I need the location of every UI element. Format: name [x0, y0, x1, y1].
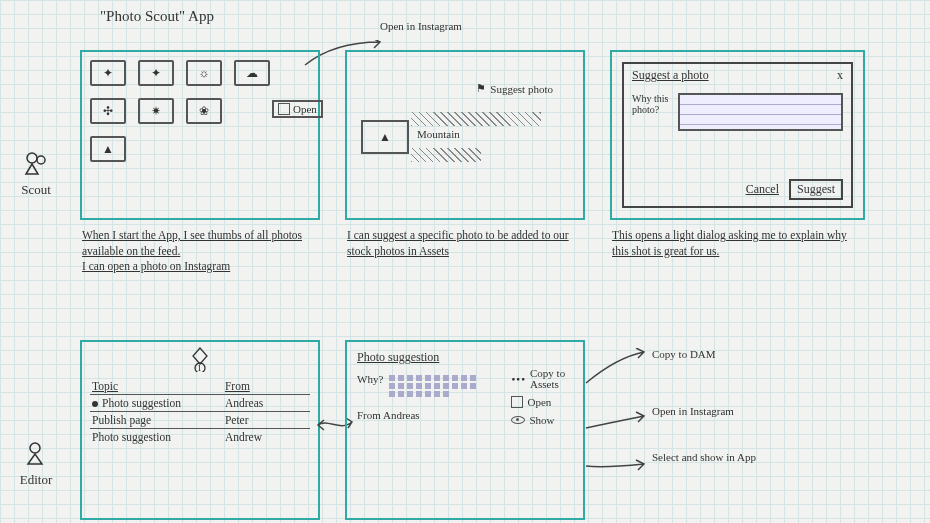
flag-icon: ⚑: [476, 82, 486, 95]
why-label: Why?: [357, 373, 383, 399]
frame-sidenotes: Copy to DAM Open in Instagram Select and…: [610, 340, 865, 520]
thumb[interactable]: ✷: [138, 98, 174, 124]
svg-point-0: [27, 153, 37, 163]
frame-thumbs: ✦ ✦ ☼ ☁ ✣ ✷ ❀ ▲ Open: [80, 50, 320, 220]
table-header: Topic From: [90, 378, 310, 394]
open-button[interactable]: Open: [272, 100, 323, 118]
eye-icon: [511, 416, 525, 424]
dialog-title: Suggest a photo: [632, 68, 843, 83]
unread-dot-icon: [92, 401, 98, 407]
table-row[interactable]: Publish page Peter: [90, 411, 310, 428]
suggested-photo[interactable]: ▲: [361, 120, 409, 154]
svg-point-2: [30, 443, 40, 453]
hatch-highlight: [411, 112, 541, 126]
caption-frame1: When I start the App, I see thumbs of al…: [82, 228, 322, 275]
copy-to-assets-action[interactable]: ••• Copy to Assets: [511, 368, 575, 390]
suggest-dialog: Suggest a photo x Why this photo? Cancel…: [622, 62, 853, 208]
frame-inbox: 1 Topic From Photo suggestion Andreas Pu…: [80, 340, 320, 520]
frame-dialog: Suggest a photo x Why this photo? Cancel…: [610, 50, 865, 220]
note-open-in-instagram: Open in Instagram: [652, 404, 734, 418]
thumb[interactable]: ❀: [186, 98, 222, 124]
persona-scout: Scout: [6, 150, 66, 198]
caption-frame3: This opens a light dialog asking me to e…: [612, 228, 852, 259]
annotation-open-in-instagram: Open in Instagram: [380, 20, 462, 32]
app-title: "Photo Scout" App: [100, 8, 214, 25]
persona-editor-label: Editor: [20, 472, 53, 487]
suggest-photo-label: Suggest photo: [490, 83, 553, 95]
caption-frame2: I can suggest a specific photo to be add…: [347, 228, 587, 259]
inbox-table: Topic From Photo suggestion Andreas Publ…: [90, 378, 310, 445]
thumb[interactable]: ✣: [90, 98, 126, 124]
notification-badge: 1: [189, 346, 211, 376]
frame-detail: Photo suggestion Why? From Andreas ••• C…: [345, 340, 585, 520]
note-select-show: Select and show in App: [652, 450, 756, 464]
persona-editor: Editor: [6, 440, 66, 488]
note-copy-to-dam: Copy to DAM: [652, 347, 716, 361]
thumb[interactable]: ✦: [138, 60, 174, 86]
person-icon: [6, 440, 66, 470]
thumb[interactable]: ☼: [186, 60, 222, 86]
person-icon: [6, 150, 66, 180]
persona-scout-label: Scout: [21, 182, 51, 197]
suggest-photo-link[interactable]: ⚑ Suggest photo: [476, 82, 553, 95]
table-row[interactable]: Photo suggestion Andreas: [90, 394, 310, 411]
suggest-button[interactable]: Suggest: [789, 179, 843, 200]
svg-point-1: [37, 156, 45, 164]
hatch-highlight: [411, 148, 481, 162]
from-label: From: [357, 409, 381, 421]
why-label: Why this photo?: [632, 93, 672, 131]
frame-suggest: ⚑ Suggest photo ▲ Mountain: [345, 50, 585, 220]
copy-icon: •••: [511, 373, 526, 385]
why-textarea[interactable]: [678, 93, 843, 131]
cancel-button[interactable]: Cancel: [746, 182, 779, 197]
from-name: Andreas: [383, 409, 420, 421]
why-text-squiggle: [389, 373, 479, 399]
show-action[interactable]: Show: [511, 414, 575, 426]
open-link-icon: [278, 103, 290, 115]
thumb[interactable]: ✦: [90, 60, 126, 86]
col-from: From: [225, 380, 308, 392]
table-row[interactable]: Photo suggestion Andrew: [90, 428, 310, 445]
svg-text:1: 1: [198, 364, 202, 372]
detail-title: Photo suggestion: [357, 350, 573, 365]
open-link-icon: [511, 396, 523, 408]
thumb[interactable]: ☁: [234, 60, 270, 86]
col-topic: Topic: [92, 380, 225, 392]
close-icon[interactable]: x: [837, 68, 843, 83]
suggested-photo-label: Mountain: [417, 128, 460, 140]
open-action[interactable]: Open: [511, 396, 575, 408]
thumb[interactable]: ▲: [90, 136, 126, 162]
open-button-label: Open: [293, 103, 317, 115]
